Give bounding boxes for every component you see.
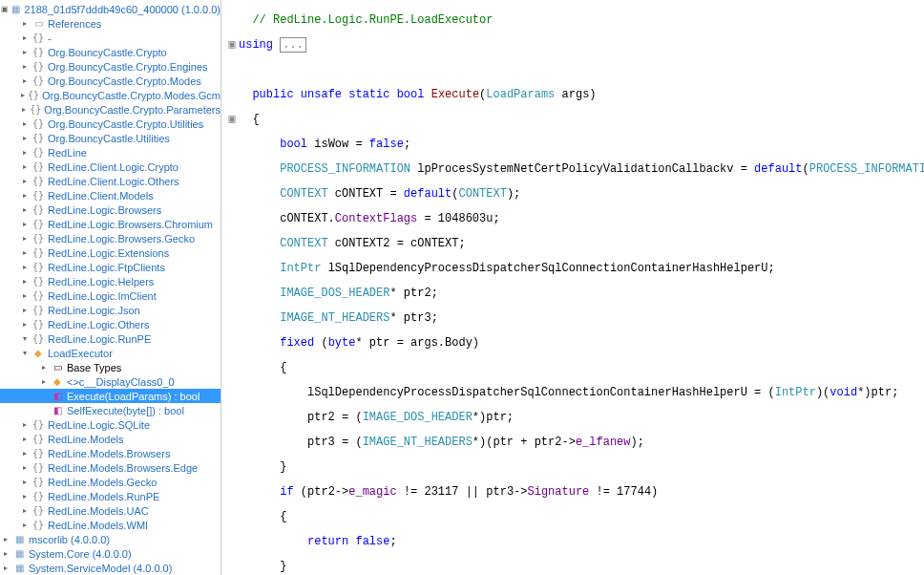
expand-icon[interactable]: ▸	[0, 534, 11, 545]
expand-icon[interactable]: ▸	[38, 376, 50, 388]
expand-icon[interactable]: ▸	[19, 176, 31, 187]
tree-class-loadexecutor[interactable]: ▾◆LoadExecutor	[0, 346, 220, 360]
expand-icon[interactable]: ▸	[19, 90, 27, 101]
tree-namespace[interactable]: ▸RedLine.Models.Gecko	[0, 475, 220, 489]
blank-icon	[38, 391, 50, 402]
expand-icon[interactable]: ▸	[19, 233, 31, 245]
expand-icon[interactable]: ▸	[19, 491, 31, 502]
expand-icon[interactable]: ▸	[38, 362, 50, 373]
tree-method-selfexecute[interactable]: ◧SelfExecute(byte[]) : bool	[0, 403, 220, 417]
expand-icon[interactable]: ▸	[19, 305, 31, 316]
namespace-icon	[32, 447, 45, 460]
references-icon: ▭	[32, 17, 45, 31]
collapse-icon[interactable]: ▾	[19, 348, 31, 359]
expand-icon[interactable]: ▸	[0, 548, 11, 560]
collapse-icon[interactable]: ▣	[0, 4, 10, 15]
tree-namespace[interactable]: ▸RedLine.Models.UAC	[0, 503, 220, 518]
expand-icon[interactable]: ▸	[19, 190, 31, 202]
expand-icon[interactable]: ▸	[19, 47, 31, 58]
expand-icon[interactable]: ▸	[19, 147, 31, 159]
code-line: public unsafe static bool Execute(LoadPa…	[225, 89, 924, 101]
expand-icon[interactable]: ▸	[19, 319, 31, 330]
tree-namespace[interactable]: ▸RedLine	[0, 145, 220, 160]
expand-icon[interactable]: ▸	[0, 563, 11, 574]
expand-icon[interactable]: ▸	[19, 18, 31, 30]
expand-icon[interactable]: ▸	[19, 32, 31, 44]
tree-root[interactable]: ▣▦2188_01d5f7dddb49c60_400000 (1.0.0.0)	[0, 2, 220, 16]
tree-namespace[interactable]: ▸RedLine.Logic.Browsers	[0, 202, 220, 217]
tree-namespace[interactable]: ▸RedLine.Models.Browsers	[0, 446, 220, 460]
tree-namespace[interactable]: ▸RedLine.Logic.Browsers.Gecko	[0, 231, 220, 245]
tree-namespace[interactable]: ▾RedLine.Logic.RunPE	[0, 331, 220, 346]
tree-namespace[interactable]: ▸Org.BouncyCastle.Crypto.Utilities	[0, 117, 220, 131]
expand-icon[interactable]: ▸	[19, 448, 31, 459]
expand-icon[interactable]: ▸	[19, 118, 31, 130]
tree-namespace[interactable]: ▸Org.BouncyCastle.Crypto.Modes	[0, 74, 220, 88]
expand-icon[interactable]: ▸	[19, 434, 31, 445]
tree-namespace[interactable]: ▸RedLine.Logic.Extensions	[0, 245, 220, 260]
tree-namespace[interactable]: ▸Org.BouncyCastle.Utilities	[0, 131, 220, 145]
tree-namespace[interactable]: ▸RedLine.Models.Browsers.Edge	[0, 460, 220, 475]
tree-namespace[interactable]: ▸Org.BouncyCastle.Crypto.Parameters	[0, 102, 220, 117]
tree-namespace[interactable]: ▸RedLine.Logic.Others	[0, 317, 220, 331]
tree-namespace[interactable]: ▸RedLine.Models.WMI	[0, 518, 220, 532]
fold-icon[interactable]: ▣	[225, 114, 239, 126]
expand-icon[interactable]: ▸	[19, 161, 31, 173]
ns-label: Org.BouncyCastle.Crypto.Engines	[48, 61, 208, 73]
expand-icon[interactable]: ▸	[19, 247, 31, 259]
tree-namespace[interactable]: ▸RedLine.Client.Logic.Crypto	[0, 160, 220, 174]
tree-namespace[interactable]: ▸RedLine.Models	[0, 432, 220, 446]
tree-namespace[interactable]: ▸RedLine.Models.RunPE	[0, 489, 220, 503]
expand-icon[interactable]: ▸	[19, 462, 31, 474]
ns-label: RedLine.Logic.ImClient	[48, 290, 157, 302]
ns-label: RedLine.Client.Logic.Crypto	[48, 161, 178, 173]
tree-assembly[interactable]: ▸▦mscorlib (4.0.0.0)	[0, 532, 220, 546]
expand-icon[interactable]: ▸	[19, 219, 31, 230]
expand-icon[interactable]: ▸	[19, 75, 31, 87]
tree-namespace[interactable]: ▸RedLine.Logic.Browsers.Chromium	[0, 217, 220, 231]
tree-dash[interactable]: ▸-	[0, 31, 220, 45]
expand-icon[interactable]: ▸	[19, 505, 31, 517]
assembly-tree[interactable]: ▣▦2188_01d5f7dddb49c60_400000 (1.0.0.0) …	[0, 0, 221, 575]
tree-basetypes[interactable]: ▸▭Base Types	[0, 360, 220, 374]
tree-namespace[interactable]: ▸RedLine.Client.Logic.Others	[0, 174, 220, 188]
expand-icon[interactable]: ▸	[19, 104, 29, 116]
expand-icon[interactable]: ▸	[19, 520, 31, 531]
ns-label: RedLine.Models	[48, 434, 124, 445]
expand-icon[interactable]: ▸	[19, 419, 31, 431]
expand-icon[interactable]: ▸	[19, 276, 31, 288]
expand-icon[interactable]: ▸	[19, 204, 31, 216]
tree-namespace[interactable]: ▸RedLine.Client.Models	[0, 188, 220, 202]
code-editor[interactable]: // RedLine.Logic.RunPE.LoadExecutor ▣usi…	[221, 0, 924, 575]
expand-icon[interactable]: ▸	[19, 262, 31, 273]
dash-label: -	[48, 32, 52, 44]
tree-assembly[interactable]: ▸▦System.ServiceModel (4.0.0.0)	[0, 561, 220, 575]
tree-namespace[interactable]: ▸RedLine.Logic.ImClient	[0, 288, 220, 303]
ns-label: RedLine.Models.RunPE	[48, 491, 159, 502]
method-icon: ◧	[51, 390, 64, 403]
tree-namespace[interactable]: ▸RedLine.Logic.FtpClients	[0, 260, 220, 274]
assembly-icon: ▦	[12, 547, 26, 561]
tree-namespace[interactable]: ▸RedLine.Logic.SQLite	[0, 417, 220, 432]
tree-displayclass[interactable]: ▸◆<>c__DisplayClass0_0	[0, 374, 220, 389]
expand-icon[interactable]: ▸	[19, 477, 31, 488]
expand-icon[interactable]: ▸	[19, 133, 31, 144]
namespace-icon	[32, 433, 45, 446]
tree-assembly[interactable]: ▸▦System.Core (4.0.0.0)	[0, 546, 220, 561]
expand-icon[interactable]: ▸	[19, 290, 31, 302]
code-line: PROCESS_INFORMATION lpProcesSystemNetCer…	[225, 163, 924, 176]
fold-icon[interactable]: ▣	[225, 39, 239, 52]
tree-method-execute[interactable]: ◧Execute(LoadParams) : bool	[0, 389, 220, 403]
expand-icon[interactable]: ▸	[19, 61, 31, 73]
tree-references[interactable]: ▸▭References	[0, 16, 220, 31]
ns-label: RedLine.Logic.Extensions	[48, 247, 169, 259]
tree-namespace[interactable]: ▸Org.BouncyCastle.Crypto	[0, 45, 220, 59]
namespace-icon	[32, 160, 45, 174]
code-line: bool isWow = false;	[225, 138, 924, 151]
expand-icon[interactable]: ▾	[19, 333, 31, 345]
tree-namespace[interactable]: ▸RedLine.Logic.Json	[0, 303, 220, 317]
ns-label: Org.BouncyCastle.Crypto	[48, 47, 167, 58]
tree-namespace[interactable]: ▸Org.BouncyCastle.Crypto.Engines	[0, 59, 220, 74]
tree-namespace[interactable]: ▸Org.BouncyCastle.Crypto.Modes.Gcm	[0, 88, 220, 102]
tree-namespace[interactable]: ▸RedLine.Logic.Helpers	[0, 274, 220, 288]
